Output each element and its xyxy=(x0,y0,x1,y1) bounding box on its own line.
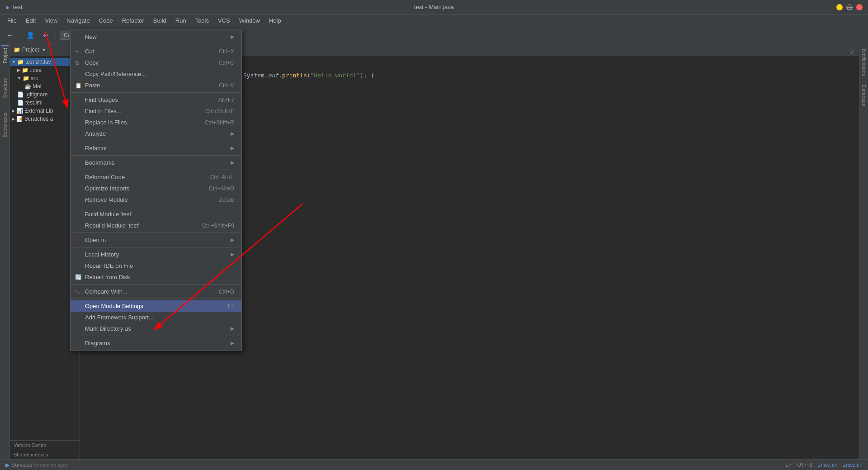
project-folder-icon: 📁 xyxy=(14,47,20,53)
ctx-diagrams-label: Diagrams xyxy=(85,340,231,347)
ctx-diagrams-arrow: ▶ xyxy=(231,340,234,346)
maximize-button[interactable]: ▭ xyxy=(846,4,853,10)
ctx-build-module-label: Build Module 'test' xyxy=(85,211,234,218)
toolbar-sep-1 xyxy=(20,31,20,40)
ctx-copy-path[interactable]: Copy Path/Reference... xyxy=(71,68,241,80)
ctx-reformat-shortcut: Ctrl+Alt+L xyxy=(210,174,234,180)
file-icon: 📄 xyxy=(17,100,24,106)
tree-item-label: .idea xyxy=(30,67,42,73)
ctx-find-usages[interactable]: Find Usages Alt+F7 xyxy=(71,94,241,105)
tree-item-gitignore[interactable]: 📄 .gitignore xyxy=(10,90,80,99)
ctx-diagrams[interactable]: Diagrams ▶ xyxy=(71,337,241,349)
ctx-open-module-settings[interactable]: Open Module Settings F4 xyxy=(71,300,241,312)
ctx-add-framework[interactable]: Add Framework Support... xyxy=(71,312,241,323)
ctx-find-files[interactable]: Find in Files... Ctrl+Shift+F xyxy=(71,105,241,117)
ctx-sep-11 xyxy=(71,336,241,336)
ctx-cut[interactable]: ✂ Cut Ctrl+X xyxy=(71,46,241,57)
checkmark-icon: ✓ xyxy=(850,48,855,56)
ctx-replace-files-label: Replace in Files... xyxy=(85,119,196,126)
menu-build[interactable]: Build xyxy=(150,16,170,25)
version-control-item[interactable]: Version Contro xyxy=(10,440,80,450)
tree-item-main[interactable]: ☕ Mai xyxy=(10,82,80,90)
ctx-rebuild-module[interactable]: Rebuild Module 'test' Ctrl+Shift+F9 xyxy=(71,220,241,231)
ctx-reload-disk[interactable]: 🔄 Reload from Disk xyxy=(71,271,241,283)
project-header-label: Project xyxy=(22,47,39,53)
tree-item-idea[interactable]: ▶ 📁 .idea xyxy=(10,66,80,74)
menu-code[interactable]: Code xyxy=(95,16,117,25)
ctx-optimize-imports-label: Optimize Imports xyxy=(85,185,200,192)
tree-item-scratches[interactable]: ▶ 📝 Scratches a xyxy=(10,115,80,123)
tree-item-test[interactable]: ▼ 📁 test D:\Jav xyxy=(10,58,80,66)
ctx-new[interactable]: New ▶ xyxy=(71,31,241,43)
services-label[interactable]: Services xyxy=(11,462,32,468)
tree-item-external[interactable]: ▶ 📊 External Lib xyxy=(10,107,80,115)
profile-button[interactable]: 👤 xyxy=(24,29,37,42)
status-right: LF UTF-8 znwc.cn znwc.cn xyxy=(785,462,863,468)
tree-item-label: External Lib xyxy=(24,108,53,114)
menu-navigate[interactable]: Navigate xyxy=(63,16,93,25)
ctx-paste[interactable]: 📋 Paste Ctrl+V xyxy=(71,80,241,91)
tree-item-label: src xyxy=(31,75,38,81)
ctx-bookmarks[interactable]: Bookmarks ▶ xyxy=(71,157,241,168)
menu-view[interactable]: View xyxy=(41,16,61,25)
window-title: test - Main.java xyxy=(414,4,454,10)
context-menu: New ▶ ✂ Cut Ctrl+X ⧉ Copy Ctrl+C Copy Pa… xyxy=(70,29,242,351)
sidebar-item-structure[interactable]: Structure xyxy=(1,75,9,101)
services-status: ▶ Services (moments ago) xyxy=(5,462,67,468)
database-label[interactable]: Database xyxy=(861,81,867,110)
ctx-open-in-label: Open In xyxy=(85,237,231,243)
ctx-open-module-settings-label: Open Module Settings xyxy=(85,303,219,309)
ctx-compare-with[interactable]: ⇆ Compare With... Ctrl+D xyxy=(71,286,241,297)
menu-tools[interactable]: Tools xyxy=(192,16,212,25)
ctx-compare-shortcut: Ctrl+D xyxy=(219,289,234,295)
ctx-open-in[interactable]: Open In ▶ xyxy=(71,234,241,246)
folder-icon: 📁 xyxy=(22,67,28,73)
tree-item-src[interactable]: ▼ 📁 src xyxy=(10,74,80,82)
ctx-replace-files-shortcut: Ctrl+Shift+R xyxy=(205,119,234,126)
ctx-reformat[interactable]: Reformat Code Ctrl+Alt+L xyxy=(71,171,241,183)
project-dropdown-icon[interactable]: ▾ xyxy=(42,47,45,53)
ctx-mark-directory[interactable]: Mark Directory as ▶ xyxy=(71,323,241,334)
menu-run[interactable]: Run xyxy=(172,16,190,25)
ctx-mark-directory-arrow: ▶ xyxy=(231,326,234,332)
menu-window[interactable]: Window xyxy=(236,16,264,25)
close-button[interactable] xyxy=(856,4,863,10)
notifications-label[interactable]: Notifications xyxy=(861,45,867,80)
ctx-analyze[interactable]: Analyze ▶ xyxy=(71,128,241,139)
site-label: znwc.cn xyxy=(818,462,837,468)
sidebar-item-bookmarks[interactable]: Bookmarks xyxy=(1,110,9,140)
shared-indexes-label: Shared indexes xyxy=(14,452,48,457)
app-logo: ● xyxy=(5,4,9,11)
ctx-copy[interactable]: ⧉ Copy Ctrl+C xyxy=(71,57,241,68)
menu-help[interactable]: Help xyxy=(265,16,285,25)
shared-indexes-item[interactable]: Shared indexes xyxy=(10,450,80,459)
ctx-remove-module-label: Remove Module xyxy=(85,196,209,203)
site-display: znwc.cn xyxy=(843,462,863,468)
ctx-mark-directory-label: Mark Directory as xyxy=(85,325,231,332)
ctx-local-history[interactable]: Local History ▶ xyxy=(71,249,241,260)
ctx-sep-9 xyxy=(71,284,241,285)
menu-refactor[interactable]: Refactor xyxy=(118,16,148,25)
ctx-rebuild-module-label: Rebuild Module 'test' xyxy=(85,222,193,229)
ctx-rebuild-shortcut: Ctrl+Shift+F9 xyxy=(202,223,234,229)
compare-icon: ⇆ xyxy=(75,289,80,295)
ctx-remove-module[interactable]: Remove Module Delete xyxy=(71,194,241,205)
window-controls: ▭ xyxy=(836,4,863,10)
ctx-new-arrow: ▶ xyxy=(231,34,234,40)
ctx-find-files-label: Find in Files... xyxy=(85,108,196,114)
ctx-build-module[interactable]: Build Module 'test' xyxy=(71,209,241,220)
ctx-refactor[interactable]: Refactor ▶ xyxy=(71,142,241,154)
back-button[interactable]: ← xyxy=(4,29,16,42)
menu-edit[interactable]: Edit xyxy=(22,16,39,25)
minimize-button[interactable] xyxy=(836,4,843,10)
ctx-repair-ide[interactable]: Repair IDE on File xyxy=(71,260,241,271)
sidebar-item-project[interactable]: Project xyxy=(1,45,9,66)
menu-vcs[interactable]: VCS xyxy=(214,16,234,25)
tree-item-label: test D:\Jav xyxy=(25,59,51,65)
tree-item-iml[interactable]: 📄 test.iml xyxy=(10,99,80,107)
ctx-replace-files[interactable]: Replace in Files... Ctrl+Shift+R xyxy=(71,117,241,128)
menu-file[interactable]: File xyxy=(4,16,20,25)
ctx-sep-1 xyxy=(71,44,241,44)
ctx-optimize-imports[interactable]: Optimize Imports Ctrl+Alt+O xyxy=(71,183,241,194)
undo-button[interactable]: ↩ xyxy=(39,29,52,42)
